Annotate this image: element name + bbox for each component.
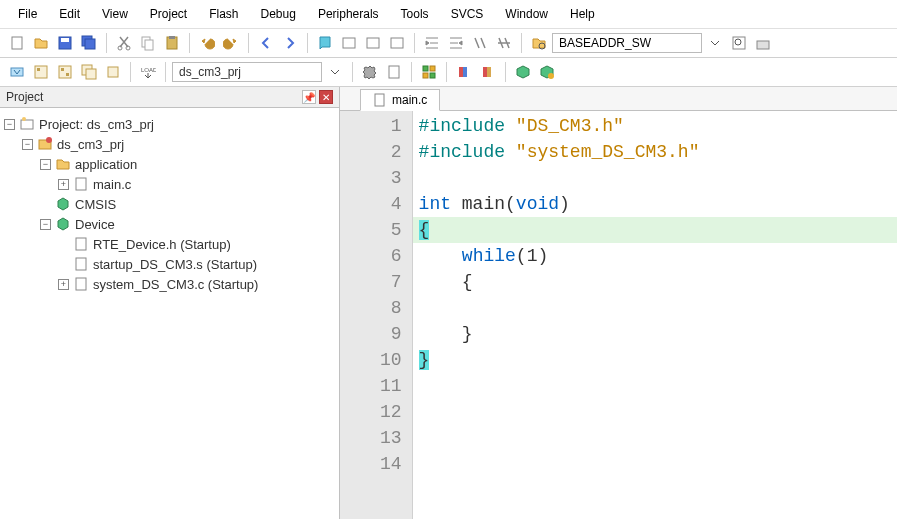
tree-folder-cmsis-label: CMSIS: [75, 197, 116, 212]
menu-flash[interactable]: Flash: [199, 4, 248, 24]
c-file-icon: [373, 93, 387, 107]
cut-icon[interactable]: [113, 32, 135, 54]
file-ext-icon[interactable]: [383, 61, 405, 83]
component-icon: [55, 196, 71, 212]
tree-file-startup[interactable]: startup_DS_CM3.s (Startup): [58, 254, 335, 274]
menu-file[interactable]: File: [8, 4, 47, 24]
collapse-icon[interactable]: −: [40, 159, 51, 170]
save-icon[interactable]: [54, 32, 76, 54]
build-icon[interactable]: [30, 61, 52, 83]
pack-installer-icon[interactable]: [512, 61, 534, 83]
expand-icon[interactable]: +: [58, 279, 69, 290]
code-token: void: [516, 194, 559, 214]
file-tab-mainc[interactable]: main.c: [360, 89, 440, 111]
code-token: while: [462, 246, 516, 266]
menu-peripherals[interactable]: Peripherals: [308, 4, 389, 24]
bookmark-clear-icon[interactable]: [386, 32, 408, 54]
new-file-icon[interactable]: [6, 32, 28, 54]
menu-view[interactable]: View: [92, 4, 138, 24]
translate-icon[interactable]: [6, 61, 28, 83]
search-dropdown-icon[interactable]: [704, 32, 726, 54]
svg-rect-34: [463, 67, 467, 77]
menu-help[interactable]: Help: [560, 4, 605, 24]
find-icon[interactable]: [728, 32, 750, 54]
c-file-icon: [73, 276, 89, 292]
undo-icon[interactable]: [196, 32, 218, 54]
panel-pin-icon[interactable]: 📌: [302, 90, 316, 104]
tree-root[interactable]: − Project: ds_cm3_prj: [4, 114, 335, 134]
collapse-icon[interactable]: −: [22, 139, 33, 150]
svg-rect-19: [35, 66, 47, 78]
svg-point-41: [46, 137, 52, 143]
project-panel: Project 📌 ✕ − Project: ds_cm3_prj − ds_c…: [0, 87, 340, 519]
uncomment-icon[interactable]: [493, 32, 515, 54]
svg-rect-13: [391, 38, 403, 48]
tree-file-mainc[interactable]: + main.c: [58, 174, 335, 194]
comment-icon[interactable]: [469, 32, 491, 54]
menubar: File Edit View Project Flash Debug Perip…: [0, 0, 897, 29]
nav-back-icon[interactable]: [255, 32, 277, 54]
search-input[interactable]: [552, 33, 702, 53]
svg-rect-0: [12, 37, 22, 49]
svg-rect-2: [61, 38, 69, 42]
redo-icon[interactable]: [220, 32, 242, 54]
nav-forward-icon[interactable]: [279, 32, 301, 54]
books-icon[interactable]: [453, 61, 475, 83]
outdent-icon[interactable]: [445, 32, 467, 54]
manage-rte-icon[interactable]: [418, 61, 440, 83]
target-dropdown-icon[interactable]: [324, 61, 346, 83]
rebuild-icon[interactable]: [54, 61, 76, 83]
folder-open-icon: [55, 156, 71, 172]
save-all-icon[interactable]: [78, 32, 100, 54]
code-editor[interactable]: 1234567891011121314 #include "DS_CM3.h" …: [340, 111, 897, 519]
menu-tools[interactable]: Tools: [391, 4, 439, 24]
code-content[interactable]: #include "DS_CM3.h" #include "system_DS_…: [413, 111, 897, 519]
project-tree[interactable]: − Project: ds_cm3_prj − ds_cm3_prj − app…: [0, 108, 339, 519]
code-token: main(: [451, 194, 516, 214]
expand-icon[interactable]: +: [58, 179, 69, 190]
collapse-icon[interactable]: −: [40, 219, 51, 230]
bookmark-flag-icon[interactable]: [314, 32, 336, 54]
paste-icon[interactable]: [161, 32, 183, 54]
tree-target[interactable]: − ds_cm3_prj: [22, 134, 335, 154]
tree-folder-app-label: application: [75, 157, 137, 172]
collapse-icon[interactable]: −: [4, 119, 15, 130]
copy-icon[interactable]: [137, 32, 159, 54]
menu-window[interactable]: Window: [495, 4, 558, 24]
toolbox-icon[interactable]: [752, 32, 774, 54]
svg-rect-42: [76, 178, 86, 190]
find-in-files-icon[interactable]: [528, 32, 550, 54]
download-icon[interactable]: LOAD: [137, 61, 159, 83]
target-selector[interactable]: ds_cm3_prj: [172, 62, 322, 82]
svg-rect-25: [86, 69, 96, 79]
svg-rect-11: [343, 38, 355, 48]
tree-file-system[interactable]: + system_DS_CM3.c (Startup): [58, 274, 335, 294]
code-token: }: [419, 350, 430, 370]
file-tab-label: main.c: [392, 93, 427, 107]
svg-rect-38: [21, 120, 33, 129]
svg-point-39: [22, 117, 26, 121]
bookmark-prev-icon[interactable]: [338, 32, 360, 54]
menu-svcs[interactable]: SVCS: [441, 4, 494, 24]
line-number-gutter: 1234567891011121314: [340, 111, 413, 519]
menu-debug[interactable]: Debug: [251, 4, 306, 24]
indent-icon[interactable]: [421, 32, 443, 54]
project-panel-title: Project: [6, 90, 43, 104]
books2-icon[interactable]: [477, 61, 499, 83]
tree-folder-cmsis[interactable]: CMSIS: [40, 194, 335, 214]
menu-edit[interactable]: Edit: [49, 4, 90, 24]
code-token: {: [419, 272, 473, 292]
tree-folder-application[interactable]: − application: [40, 154, 335, 174]
pack2-icon[interactable]: [536, 61, 558, 83]
menu-project[interactable]: Project: [140, 4, 197, 24]
tree-folder-device[interactable]: − Device: [40, 214, 335, 234]
svg-rect-4: [85, 39, 95, 49]
panel-close-icon[interactable]: ✕: [319, 90, 333, 104]
bookmark-next-icon[interactable]: [362, 32, 384, 54]
options-icon[interactable]: [359, 61, 381, 83]
stop-build-icon[interactable]: [102, 61, 124, 83]
batch-build-icon[interactable]: [78, 61, 100, 83]
tree-file-rtedevice[interactable]: RTE_Device.h (Startup): [58, 234, 335, 254]
open-folder-icon[interactable]: [30, 32, 52, 54]
svg-rect-17: [757, 41, 769, 49]
